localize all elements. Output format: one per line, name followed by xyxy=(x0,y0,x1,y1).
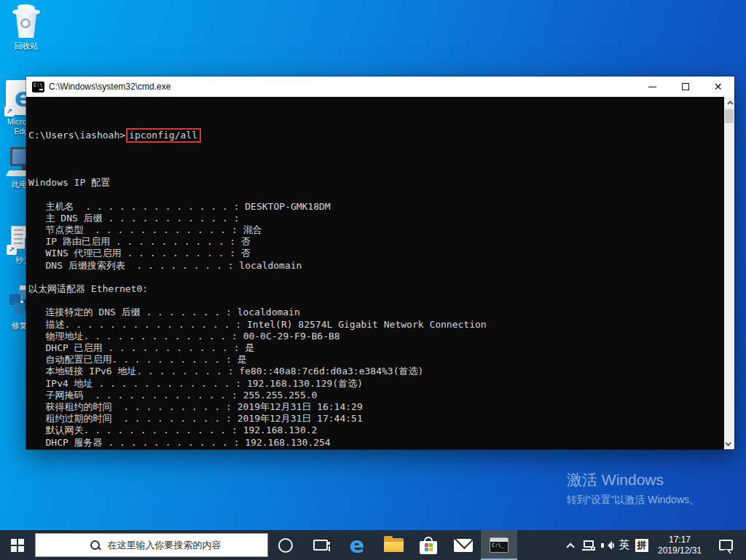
search-input[interactable]: 在这里输入你要搜索的内容 xyxy=(35,533,268,557)
cortana-icon xyxy=(278,538,293,553)
taskbar-cmd-button[interactable] xyxy=(481,530,517,560)
console-output: Windows IP 配置 主机名 . . . . . . . . . . . … xyxy=(28,165,724,449)
console[interactable]: C:\Users\iashoah>ipconfig/all Windows IP… xyxy=(26,97,724,449)
task-view-icon xyxy=(313,540,328,551)
network-icon xyxy=(582,540,595,551)
search-placeholder: 在这里输入你要搜索的内容 xyxy=(108,539,221,552)
edge-icon: e xyxy=(350,532,364,558)
window-title: C:\Windows\system32\cmd.exe xyxy=(49,82,170,92)
scroll-down-icon[interactable] xyxy=(724,438,734,449)
clock-time: 17:17 xyxy=(669,535,691,545)
action-center-icon xyxy=(719,540,733,551)
taskbar: 在这里输入你要搜索的内容 e 英 拼 17:17 xyxy=(0,530,746,560)
ime-mode-button[interactable]: 拼 xyxy=(632,530,651,560)
scrollbar[interactable] xyxy=(724,97,734,449)
task-view-button[interactable] xyxy=(306,530,335,560)
prompt-line: C:\Users\iashoah>ipconfig/all xyxy=(28,130,724,141)
ime-language-button[interactable]: 英 xyxy=(615,530,634,560)
minimize-button[interactable] xyxy=(636,76,669,97)
search-icon xyxy=(90,540,101,551)
store-button[interactable] xyxy=(412,530,444,560)
mail-button[interactable] xyxy=(447,530,479,560)
chevron-up-icon xyxy=(566,543,574,551)
watermark-title: 激活 Windows xyxy=(567,470,699,490)
prompt-text: C:\Users\iashoah> xyxy=(28,130,125,141)
activation-watermark: 激活 Windows 转到“设置”以激活 Windows。 xyxy=(567,470,699,507)
volume-icon xyxy=(601,540,614,551)
close-button[interactable]: ✕ xyxy=(702,76,734,97)
cortana-button[interactable] xyxy=(271,530,300,560)
start-button[interactable] xyxy=(0,530,35,560)
mail-icon xyxy=(454,539,473,552)
ime-language-label: 英 xyxy=(619,538,630,552)
ime-mode-icon: 拼 xyxy=(635,539,648,552)
desktop: 回收站 e ↗ Microsoft Edge 此电脑 ↗ 秒关 修复开 xyxy=(0,0,746,560)
recycle-bin-icon xyxy=(10,4,42,39)
title-bar[interactable]: C:\Windows\system32\cmd.exe ✕ xyxy=(26,76,734,97)
cmd-icon xyxy=(490,537,509,553)
store-icon xyxy=(420,537,437,554)
file-explorer-button[interactable] xyxy=(377,530,409,560)
cmd-icon xyxy=(32,82,44,92)
recycle-bin-label: 回收站 xyxy=(4,42,48,51)
tray-expand-button[interactable] xyxy=(560,530,578,560)
action-center-button[interactable] xyxy=(711,530,740,560)
folder-icon xyxy=(384,538,404,552)
clock[interactable]: 17:17 2019/12/31 xyxy=(653,530,707,560)
watermark-subtitle: 转到“设置”以激活 Windows。 xyxy=(567,494,699,507)
command-highlight: ipconfig/all xyxy=(126,128,201,143)
cmd-window: C:\Windows\system32\cmd.exe ✕ C:\Users\i… xyxy=(26,76,734,449)
shortcut-arrow-icon: ↗ xyxy=(7,245,17,255)
shortcut-arrow-icon: ↗ xyxy=(4,106,15,117)
windows-logo-icon xyxy=(11,539,24,552)
clock-date: 2019/12/31 xyxy=(658,545,702,556)
scroll-up-icon[interactable] xyxy=(724,97,734,108)
taskbar-edge-button[interactable]: e xyxy=(341,530,373,560)
maximize-button[interactable] xyxy=(669,76,702,97)
network-tray-button[interactable] xyxy=(578,530,599,560)
desktop-icon-recycle-bin[interactable]: 回收站 xyxy=(4,4,48,51)
scrollbar-thumb[interactable] xyxy=(725,109,734,123)
